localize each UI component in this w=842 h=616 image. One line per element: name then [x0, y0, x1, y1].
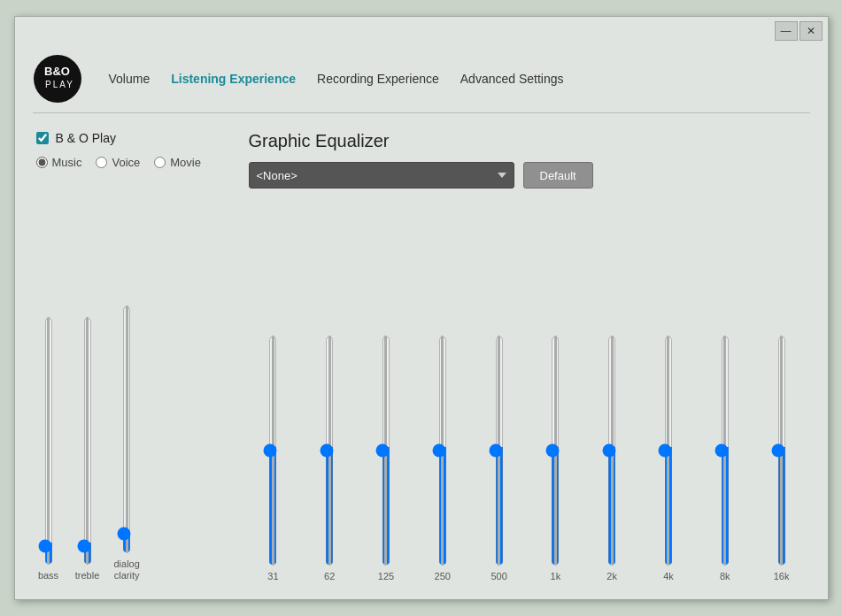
eq-band-62: 62: [305, 335, 354, 581]
main-window: — ✕ B&O PLAY Volume Listening Experience…: [14, 16, 829, 600]
eq-slider-250[interactable]: [430, 335, 455, 566]
tab-listening-experience[interactable]: Listening Experience: [171, 68, 296, 89]
eq-band-250: 250: [418, 335, 467, 581]
svg-text:PLAY: PLAY: [45, 80, 74, 89]
eq-slider-125[interactable]: [374, 335, 398, 566]
mode-music[interactable]: Music: [36, 156, 82, 169]
header: B&O PLAY Volume Listening Experience Rec…: [15, 45, 828, 112]
mode-movie-label: Movie: [170, 156, 201, 169]
logo: B&O PLAY: [33, 54, 82, 104]
eq-title: Graphic Equalizer: [249, 131, 807, 151]
bass-slider-col: bass: [36, 317, 61, 581]
eq-slider-4k[interactable]: [656, 335, 681, 566]
eq-band-500: 500: [475, 335, 524, 581]
eq-controls: <None> Default: [249, 162, 807, 189]
eq-slider-62[interactable]: [317, 335, 342, 566]
dialog-slider-col: dialogclarity: [114, 305, 140, 581]
tab-volume[interactable]: Volume: [109, 68, 151, 89]
treble-slider-wrapper: [75, 317, 100, 565]
eq-band-2k: 2k: [587, 335, 637, 581]
dialog-slider-wrapper: [114, 305, 139, 553]
tab-recording-experience[interactable]: Recording Experience: [317, 68, 439, 89]
bass-label: bass: [38, 570, 58, 581]
eq-band-1k: 1k: [530, 335, 580, 581]
radio-movie[interactable]: [154, 157, 166, 168]
bo-play-checkbox[interactable]: [36, 132, 49, 144]
eq-freq-62: 62: [324, 571, 335, 581]
eq-freq-4k: 4k: [663, 571, 674, 581]
minimize-button[interactable]: —: [775, 21, 798, 41]
eq-slider-31[interactable]: [260, 335, 285, 566]
left-sliders-container: bass treble dialogclarity: [36, 189, 213, 581]
eq-freq-1k: 1k: [551, 571, 561, 581]
eq-slider-8k[interactable]: [713, 335, 738, 566]
eq-freq-500: 500: [491, 571, 506, 581]
eq-freq-2k: 2k: [606, 571, 617, 581]
eq-slider-16k[interactable]: [769, 335, 794, 566]
content-area: B & O Play Music Voice Movie: [15, 113, 828, 599]
bo-play-checkbox-label[interactable]: B & O Play: [36, 131, 213, 145]
nav-tabs: Volume Listening Experience Recording Ex…: [109, 68, 810, 89]
equalizer-panel: Graphic Equalizer <None> Default 31: [249, 131, 807, 581]
bass-slider[interactable]: [36, 317, 61, 565]
eq-freq-8k: 8k: [720, 571, 730, 581]
mode-radio-group: Music Voice Movie: [36, 156, 213, 169]
eq-freq-16k: 16k: [774, 571, 790, 581]
eq-band-4k: 4k: [644, 335, 693, 581]
eq-freq-125: 125: [378, 571, 394, 581]
left-panel: B & O Play Music Voice Movie: [36, 131, 213, 581]
mode-voice[interactable]: Voice: [96, 156, 140, 169]
eq-slider-1k[interactable]: [543, 335, 568, 566]
eq-slider-2k[interactable]: [599, 335, 624, 566]
treble-slider[interactable]: [75, 317, 100, 565]
eq-band-125: 125: [361, 335, 411, 581]
radio-voice[interactable]: [96, 157, 107, 168]
svg-text:B&O: B&O: [44, 65, 70, 78]
bo-play-label: B & O Play: [56, 131, 116, 145]
svg-point-0: [34, 55, 81, 103]
eq-band-8k: 8k: [700, 335, 750, 581]
eq-band-16k: 16k: [757, 335, 807, 581]
eq-sliders-row: 31 62 125: [249, 199, 807, 581]
radio-music[interactable]: [36, 157, 48, 168]
dialog-label: dialogclarity: [114, 558, 140, 581]
title-bar: — ✕: [15, 17, 828, 45]
eq-preset-select[interactable]: <None>: [249, 162, 514, 189]
treble-label: treble: [75, 570, 100, 581]
eq-band-31: 31: [249, 335, 298, 581]
eq-slider-500[interactable]: [487, 335, 512, 566]
eq-freq-250: 250: [435, 571, 451, 581]
mode-music-label: Music: [52, 156, 82, 169]
eq-freq-31: 31: [267, 571, 278, 581]
mode-movie[interactable]: Movie: [154, 156, 201, 169]
treble-slider-col: treble: [75, 317, 100, 581]
dialog-clarity-slider[interactable]: [114, 305, 139, 553]
close-button[interactable]: ✕: [800, 21, 823, 41]
mode-voice-label: Voice: [112, 156, 140, 169]
bass-slider-wrapper: [36, 317, 61, 565]
eq-default-button[interactable]: Default: [523, 162, 593, 189]
tab-advanced-settings[interactable]: Advanced Settings: [460, 68, 564, 89]
